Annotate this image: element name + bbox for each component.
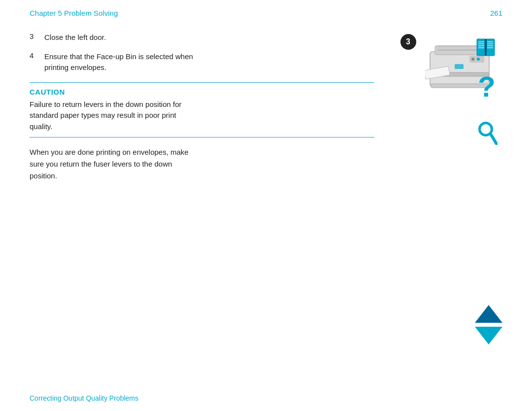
step-circle-3: 3 bbox=[400, 34, 416, 50]
svg-rect-25 bbox=[485, 39, 487, 56]
chapter-label: Chapter 5 Problem Solving bbox=[30, 9, 118, 17]
sidebar-icons: ? bbox=[470, 32, 502, 146]
svg-line-29 bbox=[491, 134, 497, 144]
caution-section: CAUTION Failure to return levers in the … bbox=[30, 82, 374, 138]
book-icon[interactable] bbox=[475, 37, 499, 59]
magnifier-svg bbox=[476, 119, 498, 145]
next-page-arrow[interactable] bbox=[475, 327, 502, 344]
footer: Correcting Output Quality Problems bbox=[30, 394, 138, 402]
search-icon[interactable] bbox=[476, 119, 498, 146]
right-panel: 3 bbox=[394, 32, 502, 374]
page-header: Chapter 5 Problem Solving 261 bbox=[0, 0, 532, 22]
svg-text:?: ? bbox=[478, 73, 495, 102]
text-area: 3 Close the left door. 4 Ensure that the… bbox=[30, 32, 394, 374]
step-4-text: Ensure that the Face-up Bin is selected … bbox=[44, 51, 193, 73]
help-icon[interactable]: ? bbox=[476, 73, 498, 105]
prev-page-arrow[interactable] bbox=[475, 305, 502, 323]
step-4-number: 4 bbox=[30, 51, 44, 60]
step-3-number: 3 bbox=[30, 32, 44, 40]
caution-label: CAUTION bbox=[30, 88, 374, 96]
step-3-text: Close the left door. bbox=[44, 32, 106, 43]
svg-rect-13 bbox=[477, 39, 486, 56]
note-text: When you are done printing on envelopes,… bbox=[30, 146, 374, 182]
book-svg bbox=[475, 37, 499, 58]
footer-link[interactable]: Correcting Output Quality Problems bbox=[30, 394, 138, 402]
svg-rect-14 bbox=[486, 39, 495, 56]
caution-text: Failure to return levers in the down pos… bbox=[30, 99, 374, 133]
main-content: 3 Close the left door. 4 Ensure that the… bbox=[0, 22, 532, 384]
page-number: 261 bbox=[490, 9, 502, 17]
step-4: 4 Ensure that the Face-up Bin is selecte… bbox=[30, 51, 374, 73]
question-svg: ? bbox=[476, 73, 498, 102]
step-3: 3 Close the left door. bbox=[30, 32, 374, 43]
svg-point-28 bbox=[481, 124, 491, 134]
navigation-arrows bbox=[475, 305, 502, 344]
svg-rect-10 bbox=[455, 64, 464, 69]
